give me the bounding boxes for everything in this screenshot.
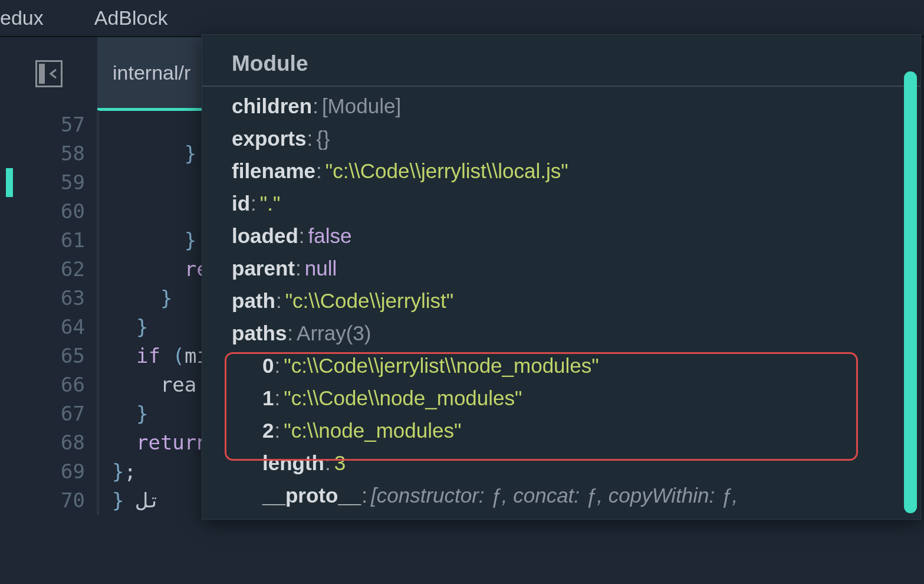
line-number: 69 — [0, 457, 85, 486]
hover-title: Module — [202, 40, 920, 87]
line-number: 64 — [0, 313, 85, 342]
line-number: 58 — [0, 139, 85, 168]
prop-parent[interactable]: parent: null — [232, 252, 891, 285]
prop-paths[interactable]: paths: Array(3) — [232, 317, 891, 350]
line-number: 68 — [0, 428, 85, 457]
file-tab-active[interactable]: internal/r — [97, 37, 206, 110]
paths-proto[interactable]: __proto__: [constructor: ƒ, concat: ƒ, c… — [232, 480, 891, 512]
line-number: 63 — [0, 284, 85, 313]
line-number: 62 — [0, 255, 85, 284]
line-number: 67 — [0, 399, 85, 428]
line-number: 66 — [0, 370, 85, 399]
prop-loaded[interactable]: loaded: false — [232, 220, 891, 252]
line-number-gutter: 5758596061626364656667686970 — [0, 110, 99, 515]
toggle-sidebar-button[interactable] — [0, 37, 97, 110]
panel-left-icon — [35, 60, 63, 87]
paths-item-1[interactable]: 1: "c:\\Code\\node_modules" — [232, 382, 891, 415]
tooltip-scrollbar[interactable] — [904, 71, 917, 513]
line-number: 65 — [0, 342, 85, 370]
line-number: 70 — [0, 486, 85, 515]
paths-length[interactable]: length: 3 — [232, 447, 891, 480]
prop-children[interactable]: children: [Module] — [232, 90, 891, 123]
line-number: 57 — [0, 110, 85, 139]
prop-id[interactable]: id: "." — [232, 188, 891, 220]
debug-hover-tooltip: Module children: [Module] exports: {} fi… — [202, 34, 921, 520]
prop-path[interactable]: path: "c:\\Code\\jerrylist" — [232, 285, 891, 317]
line-number: 60 — [0, 197, 85, 226]
paths-item-2[interactable]: 2: "c:\\node_modules" — [232, 415, 891, 447]
paths-item-0[interactable]: 0: "c:\\Code\\jerrylist\\node_modules" — [232, 350, 891, 382]
breakpoint-marker[interactable] — [6, 168, 13, 197]
devtools-top-tabs: edux AdBlock — [0, 0, 924, 37]
prop-filename[interactable]: filename: "c:\\Code\\jerrylist\\local.js… — [232, 155, 891, 188]
prop-exports[interactable]: exports: {} — [232, 123, 891, 155]
tab-adblock[interactable]: AdBlock — [78, 0, 185, 37]
line-number: 61 — [0, 226, 85, 255]
tab-redux[interactable]: edux — [0, 0, 60, 37]
